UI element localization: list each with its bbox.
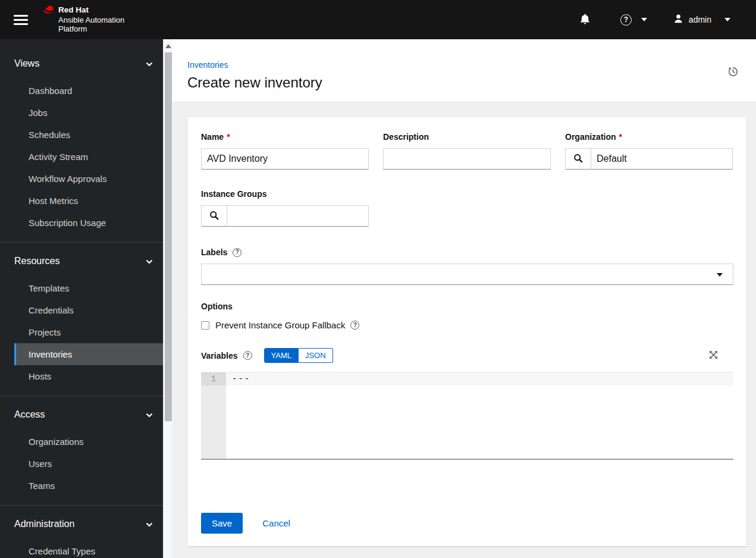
form-row-1: Name * Description Organization * (201, 131, 733, 170)
chevron-down-icon (146, 407, 153, 422)
brand-text: Red Hat Ansible Automation Platform (58, 5, 124, 33)
description-label: Description (383, 131, 551, 142)
group-label: Resources (14, 253, 59, 269)
sidebar-item-subscription-usage[interactable]: Subscription Usage (0, 212, 163, 234)
sidebar-item-hosts[interactable]: Hosts (0, 365, 163, 387)
chevron-down-icon (146, 56, 153, 71)
save-button[interactable]: Save (201, 513, 243, 534)
group-label: Access (14, 407, 45, 422)
hamburger-bar (14, 19, 28, 21)
group-label: Administration (14, 516, 74, 532)
caret-down-icon (641, 18, 647, 21)
sidebar-item-activity-stream[interactable]: Activity Stream (0, 146, 163, 168)
label-text: Description (383, 131, 429, 142)
required-asterisk: * (619, 131, 622, 142)
inventory-form-card: Name * Description Organization * (187, 117, 746, 546)
organization-search-button[interactable] (565, 148, 591, 170)
prevent-fallback-help-icon[interactable]: ? (350, 321, 359, 330)
sidebar-group-header-administration[interactable]: Administration (0, 513, 163, 535)
labels-field-group: Labels ? (201, 247, 733, 285)
prevent-fallback-label[interactable]: Prevent Instance Group Fallback (215, 320, 345, 330)
editor-expand-button[interactable] (709, 350, 718, 361)
sidebar-group-header-access[interactable]: Access (0, 403, 163, 426)
sidebar-item-jobs[interactable]: Jobs (0, 102, 163, 124)
sidebar-item-inventories[interactable]: Inventories (14, 343, 163, 365)
sidebar: Views Dashboard Jobs Schedules Activity … (0, 39, 163, 558)
sidebar-item-teams[interactable]: Teams (0, 475, 163, 497)
options-heading: Options (201, 302, 733, 311)
sidebar-item-templates[interactable]: Templates (0, 277, 163, 299)
sidebar-group-views: Views Dashboard Jobs Schedules Activity … (0, 39, 163, 242)
caret-down-icon (717, 273, 723, 277)
sidebar-group-administration: Administration Credential Types (0, 505, 163, 558)
description-input[interactable] (383, 148, 551, 170)
scrollbar-thumb[interactable] (165, 52, 172, 421)
organization-field-group: Organization * (565, 131, 733, 170)
code-line: --- (226, 372, 733, 385)
activity-history-button[interactable] (727, 66, 739, 79)
expand-arrows-icon (709, 352, 718, 361)
labels-help-icon[interactable]: ? (233, 248, 241, 257)
group-label: Views (14, 56, 39, 71)
notifications-button[interactable] (579, 13, 591, 26)
variables-help-icon[interactable]: ? (243, 351, 252, 360)
history-icon (727, 70, 739, 79)
yaml-toggle-button[interactable]: YAML (264, 348, 299, 363)
sidebar-item-credential-types[interactable]: Credential Types (0, 540, 163, 558)
brand-line3: Platform (58, 24, 124, 34)
organization-lookup (565, 148, 733, 170)
instance-groups-input[interactable] (227, 205, 369, 227)
labels-select[interactable] (201, 264, 733, 285)
brand-logo: Red Hat Ansible Automation Platform (43, 5, 124, 33)
organization-label: Organization * (565, 131, 733, 142)
sidebar-item-dashboard[interactable]: Dashboard (0, 80, 163, 102)
sidebar-item-schedules[interactable]: Schedules (0, 124, 163, 146)
user-menu-button[interactable]: admin (673, 14, 730, 26)
vertical-scrollbar[interactable] (163, 39, 172, 558)
sidebar-item-workflow-approvals[interactable]: Workflow Approvals (0, 168, 163, 190)
nav-toggle-icon[interactable] (14, 12, 28, 27)
chevron-down-icon (146, 253, 153, 269)
name-field-group: Name * (201, 131, 369, 170)
variables-format-toggle: YAML JSON (264, 348, 333, 363)
variables-code-editor[interactable]: 1 --- (201, 372, 733, 460)
hamburger-bar (14, 23, 28, 25)
label-text: Instance Groups (201, 189, 266, 199)
sidebar-item-host-metrics[interactable]: Host Metrics (0, 190, 163, 212)
variables-label: Variables ? (201, 350, 252, 361)
name-label: Name * (201, 131, 369, 142)
instance-groups-label: Instance Groups (201, 189, 369, 199)
user-icon (673, 14, 683, 26)
breadcrumb: Inventories (187, 61, 741, 69)
prevent-fallback-checkbox[interactable] (201, 321, 209, 330)
sidebar-group-resources: Resources Templates Credentials Projects… (0, 242, 163, 396)
bell-icon (579, 13, 591, 26)
sidebar-item-users[interactable]: Users (0, 453, 163, 475)
search-icon (573, 153, 583, 165)
organization-input[interactable] (591, 148, 733, 170)
cancel-button[interactable]: Cancel (262, 518, 290, 528)
description-field-group: Description (383, 131, 551, 170)
label-text: Labels (201, 247, 227, 258)
sidebar-item-projects[interactable]: Projects (0, 321, 163, 343)
editor-code-area[interactable]: --- (226, 372, 733, 459)
sidebar-group-header-resources[interactable]: Resources (0, 250, 163, 272)
help-menu-button[interactable]: ? (620, 14, 647, 26)
sidebar-group-access: Access Organizations Users Teams (0, 396, 163, 505)
chevron-down-icon (146, 516, 153, 532)
help-icon: ? (620, 14, 632, 26)
line-number: 1 (201, 372, 226, 385)
instance-groups-search-button[interactable] (201, 205, 227, 227)
page-header: Inventories Create new inventory (172, 39, 756, 101)
scrollbar-up-arrow-icon[interactable] (165, 44, 171, 48)
sidebar-item-organizations[interactable]: Organizations (0, 431, 163, 453)
variables-header: Variables ? YAML JSON (201, 348, 733, 363)
name-input[interactable] (201, 148, 369, 170)
sidebar-group-header-views[interactable]: Views (0, 52, 163, 75)
json-toggle-button[interactable]: JSON (299, 348, 333, 363)
breadcrumb-link-inventories[interactable]: Inventories (187, 60, 228, 70)
sidebar-item-credentials[interactable]: Credentials (0, 299, 163, 321)
masthead: Red Hat Ansible Automation Platform ? (0, 0, 756, 39)
brand-line2: Ansible Automation (58, 15, 124, 25)
username-label: admin (689, 15, 711, 24)
